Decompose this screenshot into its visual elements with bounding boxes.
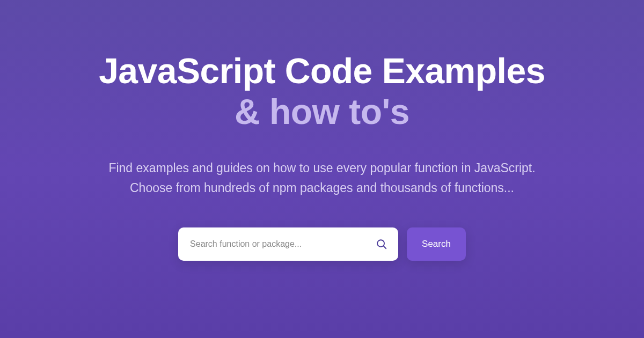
title-line-1: JavaScript Code Examples — [99, 51, 545, 92]
search-row: Search — [178, 227, 466, 261]
search-input[interactable] — [190, 239, 376, 249]
subtitle-line-2: Choose from hundreds of npm packages and… — [130, 181, 514, 195]
search-icon — [376, 238, 387, 250]
title-line-2: & how to's — [99, 92, 545, 133]
hero-subtitle: Find examples and guides on how to use e… — [108, 158, 535, 198]
search-box[interactable] — [178, 227, 398, 261]
hero-title: JavaScript Code Examples & how to's — [99, 51, 545, 133]
subtitle-line-1: Find examples and guides on how to use e… — [108, 161, 535, 175]
svg-line-1 — [384, 246, 386, 249]
search-button[interactable]: Search — [407, 227, 466, 261]
